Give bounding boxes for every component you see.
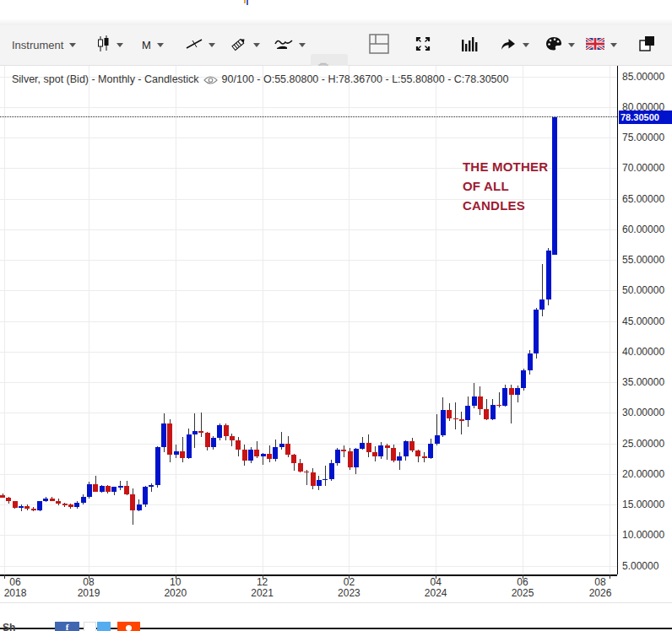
chevron-down-icon [253,43,260,47]
y-axis-label: 35.00000 [622,376,664,388]
clipped-logo [244,0,249,5]
x-axis-label: 102020 [155,577,196,599]
horizontal-gridline [0,321,617,322]
candle-body [528,353,533,370]
candle-wick [399,452,400,470]
y-axis-label: 15.00000 [622,499,664,510]
y-axis-label: 40.00000 [622,346,664,358]
vertical-gridline [523,66,523,574]
candle-body [273,447,278,459]
instrument-dropdown[interactable]: Instrument [12,25,76,65]
chevron-down-icon [157,43,164,47]
annotation-line: CANDLES [463,196,548,215]
candle-body [180,451,185,458]
chevron-down-icon [610,43,617,47]
y-axis-label: 55.00000 [622,254,664,266]
candle-body [62,504,68,505]
share-dropdown[interactable] [500,25,529,65]
share-text-clipped: Sh [3,622,15,631]
chevron-down-icon [209,43,215,47]
x-axis-label: 062025 [502,577,543,599]
candle-body [198,431,203,433]
horizontal-gridline [0,444,617,445]
twitter-icon[interactable] [97,622,111,631]
x-axis-label: 082019 [68,577,109,599]
layout-grid-icon [369,34,389,57]
candle-body [285,444,290,455]
period-dropdown[interactable]: M [142,25,164,65]
candle-body [415,450,420,456]
chevron-down-icon [523,43,529,47]
candle-body [490,405,496,419]
chart-bottom-edge [0,602,672,603]
candle-body [422,456,427,458]
horizontal-gridline [0,290,617,291]
draw-tools-dropdown[interactable] [230,25,260,65]
candle-body [19,506,24,508]
reddit-icon[interactable] [117,622,140,631]
candle-body [348,451,353,468]
candle-body [372,452,377,457]
candle-body [322,479,328,481]
candle-body [435,435,440,444]
draw-tools-icon [230,36,247,55]
candle-body [496,405,501,407]
indicators-dropdown[interactable] [274,25,306,65]
candle-body [459,419,464,421]
candle-body [205,433,210,447]
candle-body [43,499,48,502]
volume-button[interactable] [461,25,478,65]
chevron-down-icon [568,43,575,47]
candle-body [6,498,11,501]
candle-body [279,444,285,447]
candle-body [378,445,383,457]
compare-windows-button[interactable] [639,25,655,65]
y-axis-label: 85.00000 [622,71,664,83]
last-price-dotted-line [0,116,617,117]
horizontal-gridline [0,138,617,138]
candle-body [304,472,309,473]
candle-body [366,443,371,452]
candle-body [391,448,396,461]
candle-body [291,455,296,463]
chart-type-dropdown[interactable] [97,25,123,65]
chart-title: Silver, spot (Bid) - Monthly - Candlesti… [12,73,508,85]
layout-grid-button[interactable] [369,25,389,65]
vertical-gridline [4,66,5,574]
x-axis-label: 062018 [0,577,35,599]
chart-annotation: THE MOTHER OF ALL CANDLES [463,157,548,215]
candle-body [149,485,154,487]
twitter-share-button[interactable] [84,622,96,631]
line-tools-dropdown[interactable] [186,25,215,65]
candle-body [521,370,526,388]
eye-icon[interactable] [203,75,218,85]
theme-dropdown[interactable] [545,25,575,65]
toolbar-shadow [0,19,672,25]
chart-plot-area[interactable] [0,66,617,574]
candle-wick [461,412,462,434]
candle-body [87,484,92,497]
candle-body [56,501,61,504]
horizontal-gridline [0,229,617,230]
y-axis-label: 5.00000 [622,560,658,572]
chart-title-instrument: Silver, spot (Bid) - Monthly - Candlesti… [12,73,199,85]
horizontal-gridline [0,504,617,505]
y-axis-label: 70.00000 [622,162,664,174]
candle-body [124,486,129,493]
candle-body [261,454,266,457]
candle-body [137,504,142,510]
y-axis-label: 65.00000 [622,193,664,205]
facebook-icon[interactable]: f [55,622,79,631]
vertical-gridline [176,66,176,574]
candle-body [161,423,166,447]
candle-body [404,441,409,456]
y-axis-label: 30.00000 [622,407,664,418]
y-axis-label: 75.00000 [622,132,664,143]
fullscreen-button[interactable] [415,25,431,65]
candle-body [68,504,73,507]
uk-flag-icon [586,38,604,53]
candle-body [118,486,123,488]
candle-body [167,423,172,454]
candle-body [515,388,520,395]
language-dropdown[interactable] [586,25,617,65]
